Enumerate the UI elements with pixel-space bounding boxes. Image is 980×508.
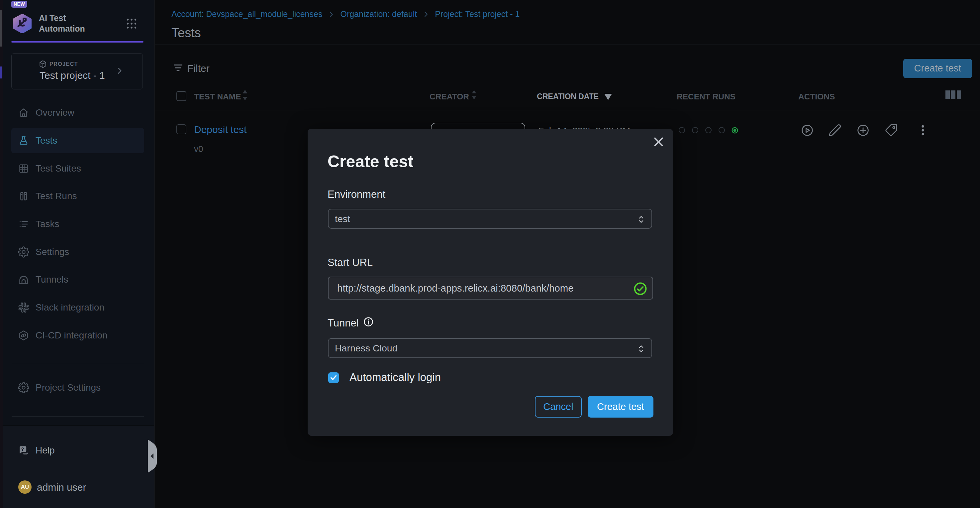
svg-text:?: ? <box>21 446 24 452</box>
